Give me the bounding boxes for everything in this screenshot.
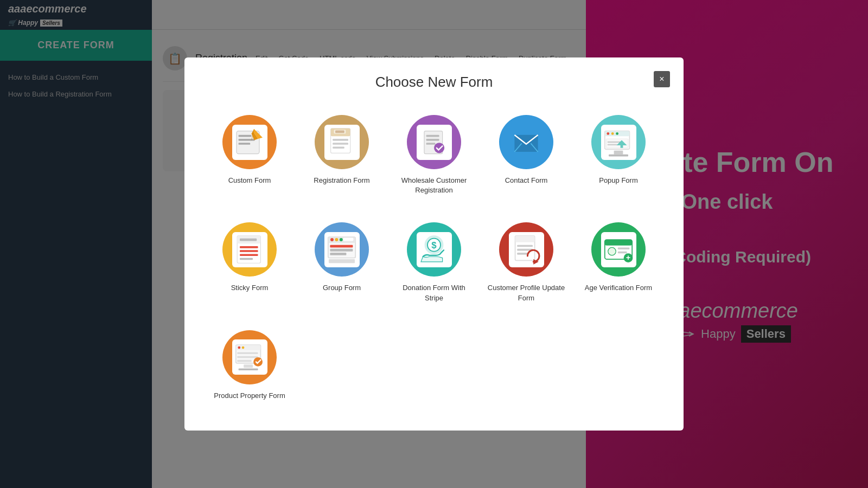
doc-refresh-svg bbox=[510, 233, 542, 266]
donation-form-label: Donation Form With Stripe bbox=[393, 283, 475, 303]
svg-rect-59 bbox=[618, 248, 630, 250]
form-item-customer-profile[interactable]: Customer Profile Update Form bbox=[483, 214, 570, 311]
id-card-plus-svg: + bbox=[602, 233, 635, 266]
svg-point-40 bbox=[335, 238, 338, 241]
svg-rect-67 bbox=[237, 352, 258, 354]
svg-rect-35 bbox=[240, 254, 258, 256]
svg-rect-17 bbox=[426, 143, 436, 145]
svg-rect-69 bbox=[237, 360, 251, 362]
svg-rect-70 bbox=[244, 364, 253, 368]
form-item-sticky[interactable]: Sticky Form bbox=[206, 214, 293, 311]
svg-rect-15 bbox=[426, 135, 439, 137]
svg-point-22 bbox=[607, 132, 609, 135]
screen-check-svg bbox=[602, 126, 635, 158]
donation-form-icon: $ bbox=[407, 222, 461, 277]
form-item-empty-1 bbox=[298, 322, 385, 409]
age-verification-form-label: Age Verification Form bbox=[585, 283, 652, 293]
wholesale-form-icon-inner bbox=[417, 125, 452, 160]
custom-form-label: Custom Form bbox=[228, 176, 271, 185]
svg-point-23 bbox=[611, 132, 614, 135]
custom-form-icon bbox=[222, 115, 277, 169]
modal-close-button[interactable]: × bbox=[654, 71, 670, 87]
form-item-age-verification[interactable]: + Age Verification Form bbox=[575, 214, 662, 311]
svg-rect-9 bbox=[333, 139, 348, 141]
modal-title: Choose New Form bbox=[206, 74, 662, 91]
hand-coin-svg: $ bbox=[418, 233, 450, 266]
wholesale-form-label: Wholesale Customer Registration bbox=[393, 176, 475, 195]
svg-rect-13 bbox=[335, 130, 344, 133]
product-property-form-icon-inner bbox=[232, 339, 267, 375]
customer-profile-form-icon-inner bbox=[509, 232, 544, 267]
svg-rect-51 bbox=[515, 236, 535, 242]
svg-rect-3 bbox=[239, 143, 251, 145]
age-verification-form-icon-inner: + bbox=[601, 232, 636, 267]
group-form-icon-inner bbox=[324, 232, 360, 267]
form-item-group[interactable]: Group Form bbox=[298, 214, 385, 311]
form-item-empty-4 bbox=[575, 322, 662, 409]
sticky-form-icon bbox=[222, 222, 277, 277]
customer-profile-form-label: Customer Profile Update Form bbox=[486, 283, 567, 303]
age-verification-form-icon: + bbox=[591, 222, 646, 277]
svg-point-24 bbox=[616, 132, 618, 135]
popup-form-label: Popup Form bbox=[599, 176, 638, 185]
svg-rect-29 bbox=[609, 155, 628, 157]
product-property-form-label: Product Property Form bbox=[214, 391, 285, 401]
form-item-registration[interactable]: Registration Form bbox=[298, 107, 385, 203]
popup-form-icon bbox=[591, 115, 646, 169]
registration-form-icon-inner bbox=[324, 125, 360, 160]
popup-form-icon-inner bbox=[601, 125, 636, 160]
form-item-product-property[interactable]: Product Property Form bbox=[206, 322, 293, 409]
svg-rect-33 bbox=[240, 246, 258, 248]
svg-text:$: $ bbox=[431, 240, 437, 251]
svg-rect-26 bbox=[608, 142, 621, 143]
svg-rect-28 bbox=[614, 151, 623, 155]
lines-doc-svg bbox=[233, 233, 266, 266]
browser-form-svg bbox=[326, 233, 358, 266]
form-type-grid: Custom Form Registration Form bbox=[206, 107, 662, 409]
svg-rect-34 bbox=[240, 251, 258, 253]
svg-point-39 bbox=[330, 238, 334, 241]
svg-rect-46 bbox=[329, 259, 355, 263]
svg-rect-45 bbox=[330, 253, 346, 255]
svg-rect-44 bbox=[330, 249, 353, 252]
svg-point-66 bbox=[242, 346, 245, 349]
contact-form-icon bbox=[499, 115, 553, 169]
doc-lines-svg bbox=[326, 126, 358, 158]
custom-form-icon-inner bbox=[232, 125, 267, 160]
svg-rect-52 bbox=[517, 245, 533, 247]
svg-rect-42 bbox=[343, 238, 353, 241]
svg-point-41 bbox=[340, 238, 343, 241]
product-property-form-icon bbox=[222, 330, 277, 384]
svg-rect-32 bbox=[240, 239, 257, 241]
screen-check2-svg bbox=[233, 341, 266, 374]
registration-form-label: Registration Form bbox=[314, 176, 369, 185]
sticky-form-label: Sticky Form bbox=[231, 283, 269, 293]
wholesale-form-icon bbox=[407, 115, 461, 169]
group-form-icon bbox=[315, 222, 369, 277]
svg-rect-16 bbox=[426, 139, 439, 141]
group-form-label: Group Form bbox=[323, 283, 361, 293]
svg-point-65 bbox=[238, 346, 240, 349]
form-item-wholesale[interactable]: Wholesale Customer Registration bbox=[391, 107, 477, 203]
svg-rect-57 bbox=[605, 240, 632, 246]
modal-header: Choose New Form × bbox=[206, 74, 662, 91]
form-item-empty-2 bbox=[391, 322, 477, 409]
svg-rect-68 bbox=[237, 356, 258, 358]
svg-point-58 bbox=[608, 248, 616, 255]
form-item-donation[interactable]: $ Donation Form With Stripe bbox=[391, 214, 477, 311]
registration-form-icon bbox=[315, 115, 369, 169]
svg-point-18 bbox=[434, 143, 444, 153]
contact-form-label: Contact Form bbox=[505, 176, 548, 185]
svg-rect-10 bbox=[333, 143, 348, 145]
form-item-contact[interactable]: Contact Form bbox=[483, 107, 570, 203]
svg-rect-2 bbox=[239, 139, 255, 141]
svg-rect-1 bbox=[239, 135, 252, 137]
svg-rect-71 bbox=[239, 368, 258, 370]
stamp-doc-svg bbox=[418, 126, 450, 158]
pencil-form-svg bbox=[233, 126, 266, 158]
envelope-svg bbox=[510, 126, 542, 158]
donation-form-icon-inner: $ bbox=[417, 232, 452, 267]
form-item-popup[interactable]: Popup Form bbox=[575, 107, 662, 203]
form-item-custom[interactable]: Custom Form bbox=[206, 107, 293, 203]
svg-text:+: + bbox=[626, 254, 630, 262]
